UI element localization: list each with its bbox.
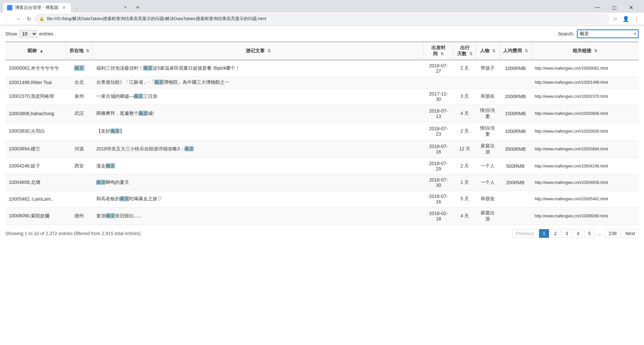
cell-article: 复游南京依旧留白...... — [93, 207, 423, 225]
table-row: 10005462,-LamLam..和高老板的南京吃喝暴走之旅♡2018-07-… — [5, 191, 639, 207]
table-row: 10003830,火羽白【友好南京】2018-07-232 天情侣/夫妻1000… — [5, 123, 639, 140]
search-clear-icon[interactable]: × — [634, 31, 637, 37]
page-button-3[interactable]: 3 — [562, 229, 572, 238]
cell-cost: 1500RMB — [499, 105, 531, 123]
cell-location — [66, 123, 93, 140]
page-button-238[interactable]: 238 — [605, 229, 620, 238]
cell-cost — [499, 207, 531, 225]
cell-link: http://www.mafengwo.cn/i/10006090.html — [531, 207, 639, 225]
cell-people: 家庭出游 — [476, 207, 499, 225]
tab-active[interactable]: 博客后台管理 - 博客园 × — [3, 2, 71, 13]
menu-icon[interactable]: ⋮ — [632, 14, 641, 23]
col-days-label: 出行天数 — [457, 45, 470, 56]
close-button[interactable]: ✕ — [623, 2, 639, 13]
cell-cost: 2000RMB — [499, 88, 531, 105]
cell-link: http://www.mafengwo.cn/i/10004658.html — [531, 175, 639, 191]
page-button-4[interactable]: 4 — [573, 229, 583, 238]
cell-days: 1 天 — [453, 175, 476, 191]
cell-date: 2018-07-23 — [423, 123, 453, 140]
sort-icon-article: ⇅ — [267, 49, 271, 53]
entries-label: entries — [39, 31, 53, 37]
col-header-date[interactable]: 出发时间 ⇅ — [423, 42, 453, 60]
col-header-nickname[interactable]: 昵称 ▲ — [5, 42, 66, 60]
refresh-button[interactable]: ↻ — [24, 14, 34, 23]
cell-link: http://www.mafengwo.cn/i/10005462.html — [531, 191, 639, 207]
col-header-article[interactable]: 游记文章 ⇅ — [93, 42, 423, 60]
page-button-1[interactable]: 1 — [539, 229, 549, 238]
page-button-2[interactable]: 2 — [550, 229, 560, 238]
cell-location: 西安 — [66, 158, 93, 175]
cell-cost — [499, 77, 531, 88]
col-header-people[interactable]: 人物 ⇅ — [476, 42, 499, 60]
sort-icon-nickname: ▲ — [40, 49, 44, 53]
nav-bar: ← → ↻ 🔒 file:///D:/blog/解决DataTables搜索框查… — [0, 13, 644, 25]
cell-date: 2018-07-27 — [423, 60, 453, 77]
cell-cost: 1000RMB — [499, 60, 531, 77]
sort-icon-cost: ⇅ — [525, 49, 528, 53]
page-button-5[interactable]: 5 — [584, 229, 594, 238]
browser-chrome: 博客后台管理 - 博客园 × .. × + — ◻ ✕ ← → ↻ 🔒 file… — [0, 0, 644, 25]
next-button[interactable]: Next — [622, 229, 639, 238]
cell-cost: 500RMB — [499, 158, 531, 175]
minimize-button[interactable]: — — [590, 2, 605, 13]
data-table: 昵称 ▲ 所在地 ⇅ 游记文章 ⇅ 出发时间 ⇅ 出行天数 ⇅ — [5, 42, 639, 225]
cell-days — [453, 77, 476, 88]
sort-icon-location: ⇅ — [86, 49, 89, 53]
cell-article: 漫走南京 — [93, 158, 423, 175]
col-header-location[interactable]: 所在地 ⇅ — [66, 42, 93, 60]
cell-article: 2018华东五大三小快乐自助游详细攻略3：南京 — [93, 140, 423, 158]
back-button[interactable]: ← — [3, 14, 12, 23]
col-people-label: 人物 — [480, 48, 489, 53]
col-header-cost[interactable]: 人均费用 ⇅ — [499, 42, 531, 60]
cell-link: http://www.mafengwo.cn/i/10002370.html — [531, 88, 639, 105]
cell-people — [476, 77, 499, 88]
show-entries: Show 10 25 50 100 entries — [5, 30, 53, 38]
page-content: Show 10 25 50 100 entries Search: × 昵称 ▲ — [0, 25, 644, 242]
table-row: 10002370,我是阿彬呀泉州一座古城的唏嘘—南京三日游2017-12-303… — [5, 88, 639, 105]
cell-location: 南京 — [66, 60, 93, 77]
cell-people: 情侣/夫妻 — [476, 123, 499, 140]
cell-link: http://www.mafengwo.cn/i/10003894.html — [531, 140, 639, 158]
cell-nickname: 10003894,楼兰 — [5, 140, 66, 158]
maximize-button[interactable]: ◻ — [606, 2, 622, 13]
tab-inactive[interactable]: .. × — [72, 2, 132, 12]
tab-close-active[interactable]: × — [61, 5, 67, 11]
cell-location — [66, 191, 93, 207]
forward-button[interactable]: → — [13, 14, 23, 23]
tab-label-inactive: .. — [76, 5, 120, 10]
address-bar[interactable]: 🔒 file:///D:/blog/解决DataTables搜索框查询结果高亮显… — [35, 14, 609, 23]
pagination-info: Showing 1 to 10 of 2,372 entries (filter… — [5, 231, 141, 236]
cell-nickname: 10003806,hahachong — [5, 105, 66, 123]
cell-nickname: 10000062,米兮兮兮兮兮 — [5, 60, 66, 77]
col-header-link[interactable]: 相关链接 ⇅ — [531, 42, 639, 60]
col-location-label: 所在地 — [69, 48, 84, 53]
tab-bar: 博客后台管理 - 博客园 × .. × + — ◻ ✕ — [0, 0, 644, 13]
cell-link: http://www.mafengwo.cn/i/10003830.html — [531, 123, 639, 140]
cell-date: 2018-07-16 — [423, 191, 453, 207]
cell-date: 2018-07-16 — [423, 140, 453, 158]
cell-article: 福利三伏泡汤最佳时！南京这5家温泉民宿夏日超值套餐 你pick哪个！ — [93, 60, 423, 77]
col-link-label: 相关链接 — [573, 48, 591, 53]
cell-article: 台青遊玩睦》「江蘇省」-「南京博物院」為中國三大博物館之一 — [93, 77, 423, 88]
window-controls: — ◻ ✕ — [590, 2, 641, 13]
sort-icon-people: ⇅ — [492, 49, 495, 53]
search-input[interactable] — [578, 30, 638, 38]
new-tab-button[interactable]: + — [133, 3, 143, 12]
table-row: 10000062,米兮兮兮兮兮南京福利三伏泡汤最佳时！南京这5家温泉民宿夏日超值… — [5, 60, 639, 77]
tab-favicon — [7, 5, 12, 10]
cell-link: http://www.mafengwo.cn/i/10004246.html — [531, 158, 639, 175]
cell-days: 4 天 — [453, 207, 476, 225]
bookmark-star-icon[interactable]: ☆ — [610, 14, 620, 23]
profile-icon[interactable]: 👤 — [621, 14, 631, 23]
sort-icon-date: ⇅ — [440, 52, 444, 56]
table-body: 10000062,米兮兮兮兮兮南京福利三伏泡汤最佳时！南京这5家温泉民宿夏日超值… — [5, 60, 639, 225]
table-row: 10006090,紫阳妖魑德州复游南京依旧留白......2018-02-184… — [5, 207, 639, 225]
cell-article: 一座古城的唏嘘—南京三日游 — [93, 88, 423, 105]
entries-select[interactable]: 10 25 50 100 — [19, 30, 37, 38]
previous-button[interactable]: Previous — [512, 229, 538, 238]
cell-people: 一个人 — [476, 158, 499, 175]
tab-close-inactive[interactable]: × — [122, 4, 128, 10]
top-controls: Show 10 25 50 100 entries Search: × — [5, 29, 639, 38]
col-header-days[interactable]: 出行天数 ⇅ — [453, 42, 476, 60]
cell-location: 武汉 — [66, 105, 93, 123]
